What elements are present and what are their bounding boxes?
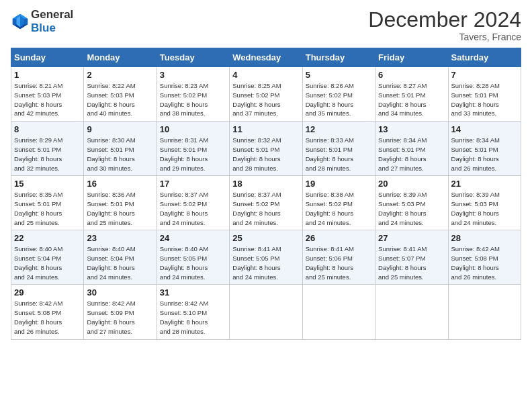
day-info: Sunrise: 8:37 AM Sunset: 5:02 PM Dayligh… xyxy=(232,190,299,227)
day-info: Sunrise: 8:37 AM Sunset: 5:02 PM Dayligh… xyxy=(160,190,226,227)
day-number: 2 xyxy=(87,70,153,80)
day-info: Sunrise: 8:21 AM Sunset: 5:03 PM Dayligh… xyxy=(14,81,81,118)
day-number: 29 xyxy=(14,287,81,298)
day-number: 17 xyxy=(160,179,226,189)
day-info: Sunrise: 8:41 AM Sunset: 5:06 PM Dayligh… xyxy=(306,244,372,281)
logo-icon xyxy=(11,12,30,31)
month-title: December 2024 xyxy=(368,8,521,32)
day-cell: 12Sunrise: 8:33 AM Sunset: 5:01 PM Dayli… xyxy=(302,122,375,176)
logo-text: General Blue xyxy=(31,8,73,34)
day-number: 8 xyxy=(14,124,81,134)
day-cell: 31Sunrise: 8:42 AM Sunset: 5:10 PM Dayli… xyxy=(157,285,229,339)
day-cell: 16Sunrise: 8:36 AM Sunset: 5:01 PM Dayli… xyxy=(84,176,157,230)
day-info: Sunrise: 8:29 AM Sunset: 5:01 PM Dayligh… xyxy=(14,136,81,173)
day-cell xyxy=(375,285,448,339)
week-row-1: 1Sunrise: 8:21 AM Sunset: 5:03 PM Daylig… xyxy=(11,67,521,122)
day-info: Sunrise: 8:31 AM Sunset: 5:01 PM Dayligh… xyxy=(160,136,226,173)
day-info: Sunrise: 8:42 AM Sunset: 5:09 PM Dayligh… xyxy=(87,299,153,336)
day-cell: 14Sunrise: 8:34 AM Sunset: 5:01 PM Dayli… xyxy=(448,122,521,176)
day-info: Sunrise: 8:28 AM Sunset: 5:01 PM Dayligh… xyxy=(451,81,518,118)
day-cell: 23Sunrise: 8:40 AM Sunset: 5:04 PM Dayli… xyxy=(84,230,157,285)
day-number: 9 xyxy=(87,124,153,134)
day-cell: 22Sunrise: 8:40 AM Sunset: 5:04 PM Dayli… xyxy=(11,230,84,285)
day-cell: 13Sunrise: 8:34 AM Sunset: 5:01 PM Dayli… xyxy=(375,122,448,176)
day-number: 25 xyxy=(232,233,299,243)
day-number: 20 xyxy=(378,179,445,189)
day-cell: 26Sunrise: 8:41 AM Sunset: 5:06 PM Dayli… xyxy=(302,230,375,285)
day-cell: 3Sunrise: 8:23 AM Sunset: 5:02 PM Daylig… xyxy=(157,67,229,122)
day-number: 1 xyxy=(14,70,81,80)
col-thursday: Thursday xyxy=(302,48,375,67)
day-cell: 24Sunrise: 8:40 AM Sunset: 5:05 PM Dayli… xyxy=(157,230,229,285)
day-number: 27 xyxy=(378,233,445,243)
col-monday: Monday xyxy=(84,48,157,67)
col-wednesday: Wednesday xyxy=(230,48,302,67)
day-number: 19 xyxy=(306,179,372,189)
day-info: Sunrise: 8:39 AM Sunset: 5:03 PM Dayligh… xyxy=(451,190,518,227)
day-number: 15 xyxy=(14,179,81,189)
day-info: Sunrise: 8:41 AM Sunset: 5:05 PM Dayligh… xyxy=(232,244,299,281)
svg-marker-5 xyxy=(13,18,17,24)
day-info: Sunrise: 8:40 AM Sunset: 5:04 PM Dayligh… xyxy=(14,244,81,281)
day-info: Sunrise: 8:42 AM Sunset: 5:08 PM Dayligh… xyxy=(451,244,518,281)
day-number: 14 xyxy=(451,124,518,134)
day-info: Sunrise: 8:36 AM Sunset: 5:01 PM Dayligh… xyxy=(87,190,153,227)
svg-marker-2 xyxy=(24,18,28,24)
day-info: Sunrise: 8:35 AM Sunset: 5:01 PM Dayligh… xyxy=(14,190,81,227)
day-number: 30 xyxy=(87,287,153,298)
day-cell: 29Sunrise: 8:42 AM Sunset: 5:08 PM Dayli… xyxy=(11,285,84,339)
day-number: 28 xyxy=(451,233,518,243)
day-cell: 2Sunrise: 8:22 AM Sunset: 5:03 PM Daylig… xyxy=(84,67,157,122)
day-info: Sunrise: 8:34 AM Sunset: 5:01 PM Dayligh… xyxy=(451,136,518,173)
day-cell: 9Sunrise: 8:30 AM Sunset: 5:01 PM Daylig… xyxy=(84,122,157,176)
day-info: Sunrise: 8:26 AM Sunset: 5:02 PM Dayligh… xyxy=(306,81,372,118)
day-cell xyxy=(448,285,521,339)
day-number: 23 xyxy=(87,233,153,243)
day-number: 11 xyxy=(232,124,299,134)
day-info: Sunrise: 8:32 AM Sunset: 5:01 PM Dayligh… xyxy=(232,136,299,173)
day-number: 3 xyxy=(160,70,226,80)
day-number: 12 xyxy=(306,124,372,134)
day-cell: 10Sunrise: 8:31 AM Sunset: 5:01 PM Dayli… xyxy=(157,122,229,176)
day-cell: 1Sunrise: 8:21 AM Sunset: 5:03 PM Daylig… xyxy=(11,67,84,122)
day-number: 7 xyxy=(451,70,518,80)
col-tuesday: Tuesday xyxy=(157,48,229,67)
day-number: 21 xyxy=(451,179,518,189)
week-row-5: 29Sunrise: 8:42 AM Sunset: 5:08 PM Dayli… xyxy=(11,285,521,339)
day-cell: 19Sunrise: 8:38 AM Sunset: 5:02 PM Dayli… xyxy=(302,176,375,230)
day-cell: 28Sunrise: 8:42 AM Sunset: 5:08 PM Dayli… xyxy=(448,230,521,285)
day-number: 22 xyxy=(14,233,81,243)
day-info: Sunrise: 8:30 AM Sunset: 5:01 PM Dayligh… xyxy=(87,136,153,173)
day-cell: 20Sunrise: 8:39 AM Sunset: 5:03 PM Dayli… xyxy=(375,176,448,230)
day-number: 26 xyxy=(306,233,372,243)
day-info: Sunrise: 8:23 AM Sunset: 5:02 PM Dayligh… xyxy=(160,81,226,118)
day-number: 31 xyxy=(160,287,226,298)
day-number: 13 xyxy=(378,124,445,134)
calendar-header-row: Sunday Monday Tuesday Wednesday Thursday… xyxy=(11,48,521,67)
day-cell xyxy=(302,285,375,339)
day-cell: 6Sunrise: 8:27 AM Sunset: 5:01 PM Daylig… xyxy=(375,67,448,122)
day-info: Sunrise: 8:33 AM Sunset: 5:01 PM Dayligh… xyxy=(306,136,372,173)
day-cell xyxy=(230,285,302,339)
day-info: Sunrise: 8:40 AM Sunset: 5:04 PM Dayligh… xyxy=(87,244,153,281)
day-info: Sunrise: 8:34 AM Sunset: 5:01 PM Dayligh… xyxy=(378,136,445,173)
day-number: 18 xyxy=(232,179,299,189)
page-container: General Blue December 2024 Tavers, Franc… xyxy=(0,0,532,345)
col-saturday: Saturday xyxy=(448,48,521,67)
day-cell: 27Sunrise: 8:41 AM Sunset: 5:07 PM Dayli… xyxy=(375,230,448,285)
day-cell: 25Sunrise: 8:41 AM Sunset: 5:05 PM Dayli… xyxy=(230,230,302,285)
day-number: 4 xyxy=(232,70,299,80)
day-info: Sunrise: 8:38 AM Sunset: 5:02 PM Dayligh… xyxy=(306,190,372,227)
day-info: Sunrise: 8:41 AM Sunset: 5:07 PM Dayligh… xyxy=(378,244,445,281)
day-number: 24 xyxy=(160,233,226,243)
day-info: Sunrise: 8:22 AM Sunset: 5:03 PM Dayligh… xyxy=(87,81,153,118)
day-info: Sunrise: 8:42 AM Sunset: 5:10 PM Dayligh… xyxy=(160,299,226,336)
day-cell: 15Sunrise: 8:35 AM Sunset: 5:01 PM Dayli… xyxy=(11,176,84,230)
col-friday: Friday xyxy=(375,48,448,67)
day-info: Sunrise: 8:42 AM Sunset: 5:08 PM Dayligh… xyxy=(14,299,81,336)
week-row-4: 22Sunrise: 8:40 AM Sunset: 5:04 PM Dayli… xyxy=(11,230,521,285)
day-info: Sunrise: 8:39 AM Sunset: 5:03 PM Dayligh… xyxy=(378,190,445,227)
week-row-2: 8Sunrise: 8:29 AM Sunset: 5:01 PM Daylig… xyxy=(11,122,521,176)
day-cell: 8Sunrise: 8:29 AM Sunset: 5:01 PM Daylig… xyxy=(11,122,84,176)
day-cell: 17Sunrise: 8:37 AM Sunset: 5:02 PM Dayli… xyxy=(157,176,229,230)
